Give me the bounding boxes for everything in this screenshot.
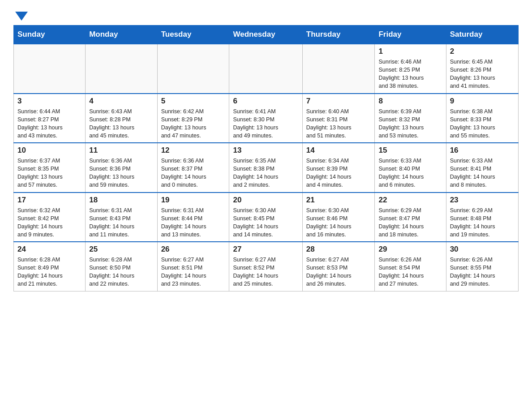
day-number: 16 xyxy=(450,146,515,155)
logo xyxy=(13,9,28,21)
day-info: Sunrise: 6:38 AM Sunset: 8:33 PM Dayligh… xyxy=(450,107,515,140)
day-number: 24 xyxy=(17,245,82,254)
calendar-cell: 15Sunrise: 6:33 AM Sunset: 8:40 PM Dayli… xyxy=(375,143,446,193)
calendar-cell: 3Sunrise: 6:44 AM Sunset: 8:27 PM Daylig… xyxy=(14,94,86,143)
day-info: Sunrise: 6:31 AM Sunset: 8:43 PM Dayligh… xyxy=(89,206,153,239)
day-info: Sunrise: 6:37 AM Sunset: 8:35 PM Dayligh… xyxy=(17,157,82,189)
day-number: 27 xyxy=(233,245,298,254)
calendar-cell: 28Sunrise: 6:27 AM Sunset: 8:53 PM Dayli… xyxy=(302,242,375,291)
day-number: 18 xyxy=(89,196,153,205)
logo-triangle-icon xyxy=(15,12,28,21)
calendar-cell: 21Sunrise: 6:30 AM Sunset: 8:46 PM Dayli… xyxy=(302,193,375,242)
day-info: Sunrise: 6:32 AM Sunset: 8:42 PM Dayligh… xyxy=(17,206,82,239)
calendar-cell: 4Sunrise: 6:43 AM Sunset: 8:28 PM Daylig… xyxy=(86,94,157,143)
calendar-cell: 5Sunrise: 6:42 AM Sunset: 8:29 PM Daylig… xyxy=(157,94,229,143)
day-number: 22 xyxy=(378,196,442,205)
day-number: 19 xyxy=(161,196,226,205)
calendar-cell: 19Sunrise: 6:31 AM Sunset: 8:44 PM Dayli… xyxy=(157,193,229,242)
day-number: 30 xyxy=(450,245,515,254)
day-info: Sunrise: 6:44 AM Sunset: 8:27 PM Dayligh… xyxy=(17,107,82,140)
calendar-cell xyxy=(157,44,229,94)
calendar-header-row: SundayMondayTuesdayWednesdayThursdayFrid… xyxy=(14,26,519,44)
day-info: Sunrise: 6:26 AM Sunset: 8:55 PM Dayligh… xyxy=(450,256,515,288)
week-row-4: 17Sunrise: 6:32 AM Sunset: 8:42 PM Dayli… xyxy=(14,193,519,242)
day-number: 28 xyxy=(306,245,371,254)
calendar-cell: 25Sunrise: 6:28 AM Sunset: 8:50 PM Dayli… xyxy=(86,242,157,291)
day-info: Sunrise: 6:28 AM Sunset: 8:50 PM Dayligh… xyxy=(89,256,153,288)
calendar-cell: 7Sunrise: 6:40 AM Sunset: 8:31 PM Daylig… xyxy=(302,94,375,143)
day-info: Sunrise: 6:45 AM Sunset: 8:26 PM Dayligh… xyxy=(450,58,515,90)
calendar-cell: 18Sunrise: 6:31 AM Sunset: 8:43 PM Dayli… xyxy=(86,193,157,242)
day-number: 20 xyxy=(233,196,298,205)
day-number: 23 xyxy=(450,196,515,205)
calendar-cell: 10Sunrise: 6:37 AM Sunset: 8:35 PM Dayli… xyxy=(14,143,86,193)
calendar-cell xyxy=(86,44,157,94)
day-info: Sunrise: 6:31 AM Sunset: 8:44 PM Dayligh… xyxy=(161,206,226,239)
day-info: Sunrise: 6:29 AM Sunset: 8:48 PM Dayligh… xyxy=(450,206,515,239)
day-info: Sunrise: 6:33 AM Sunset: 8:41 PM Dayligh… xyxy=(450,157,515,189)
calendar-cell: 11Sunrise: 6:36 AM Sunset: 8:36 PM Dayli… xyxy=(86,143,157,193)
day-number: 14 xyxy=(306,146,371,155)
day-number: 21 xyxy=(306,196,371,205)
calendar-cell: 26Sunrise: 6:27 AM Sunset: 8:51 PM Dayli… xyxy=(157,242,229,291)
day-info: Sunrise: 6:33 AM Sunset: 8:40 PM Dayligh… xyxy=(378,157,442,189)
calendar-cell: 27Sunrise: 6:27 AM Sunset: 8:52 PM Dayli… xyxy=(229,242,302,291)
page-header xyxy=(13,9,519,21)
day-number: 25 xyxy=(89,245,153,254)
day-info: Sunrise: 6:41 AM Sunset: 8:30 PM Dayligh… xyxy=(233,107,298,140)
day-number: 26 xyxy=(161,245,226,254)
calendar-cell xyxy=(14,44,86,94)
day-number: 7 xyxy=(306,97,371,106)
day-number: 3 xyxy=(17,97,82,106)
column-header-monday: Monday xyxy=(86,26,157,44)
column-header-friday: Friday xyxy=(375,26,446,44)
calendar-cell: 9Sunrise: 6:38 AM Sunset: 8:33 PM Daylig… xyxy=(446,94,518,143)
day-number: 15 xyxy=(378,146,442,155)
week-row-3: 10Sunrise: 6:37 AM Sunset: 8:35 PM Dayli… xyxy=(14,143,519,193)
calendar-cell: 30Sunrise: 6:26 AM Sunset: 8:55 PM Dayli… xyxy=(446,242,518,291)
day-info: Sunrise: 6:30 AM Sunset: 8:46 PM Dayligh… xyxy=(306,206,371,239)
week-row-1: 1Sunrise: 6:46 AM Sunset: 8:25 PM Daylig… xyxy=(14,44,519,94)
day-info: Sunrise: 6:36 AM Sunset: 8:36 PM Dayligh… xyxy=(89,157,153,189)
day-info: Sunrise: 6:27 AM Sunset: 8:53 PM Dayligh… xyxy=(306,256,371,288)
calendar-cell: 13Sunrise: 6:35 AM Sunset: 8:38 PM Dayli… xyxy=(229,143,302,193)
day-number: 4 xyxy=(89,97,153,106)
day-info: Sunrise: 6:30 AM Sunset: 8:45 PM Dayligh… xyxy=(233,206,298,239)
day-info: Sunrise: 6:35 AM Sunset: 8:38 PM Dayligh… xyxy=(233,157,298,189)
week-row-5: 24Sunrise: 6:28 AM Sunset: 8:49 PM Dayli… xyxy=(14,242,519,291)
day-number: 10 xyxy=(17,146,82,155)
column-header-saturday: Saturday xyxy=(446,26,518,44)
calendar-cell: 6Sunrise: 6:41 AM Sunset: 8:30 PM Daylig… xyxy=(229,94,302,143)
calendar-cell: 29Sunrise: 6:26 AM Sunset: 8:54 PM Dayli… xyxy=(375,242,446,291)
column-header-sunday: Sunday xyxy=(14,26,86,44)
calendar-cell xyxy=(229,44,302,94)
column-header-thursday: Thursday xyxy=(302,26,375,44)
day-info: Sunrise: 6:39 AM Sunset: 8:32 PM Dayligh… xyxy=(378,107,442,140)
column-header-wednesday: Wednesday xyxy=(229,26,302,44)
calendar-cell: 20Sunrise: 6:30 AM Sunset: 8:45 PM Dayli… xyxy=(229,193,302,242)
calendar-cell xyxy=(302,44,375,94)
calendar-cell: 23Sunrise: 6:29 AM Sunset: 8:48 PM Dayli… xyxy=(446,193,518,242)
day-info: Sunrise: 6:26 AM Sunset: 8:54 PM Dayligh… xyxy=(378,256,442,288)
day-info: Sunrise: 6:36 AM Sunset: 8:37 PM Dayligh… xyxy=(161,157,226,189)
calendar-cell: 14Sunrise: 6:34 AM Sunset: 8:39 PM Dayli… xyxy=(302,143,375,193)
day-info: Sunrise: 6:27 AM Sunset: 8:51 PM Dayligh… xyxy=(161,256,226,288)
column-header-tuesday: Tuesday xyxy=(157,26,229,44)
day-info: Sunrise: 6:43 AM Sunset: 8:28 PM Dayligh… xyxy=(89,107,153,140)
calendar-cell: 24Sunrise: 6:28 AM Sunset: 8:49 PM Dayli… xyxy=(14,242,86,291)
day-info: Sunrise: 6:42 AM Sunset: 8:29 PM Dayligh… xyxy=(161,107,226,140)
week-row-2: 3Sunrise: 6:44 AM Sunset: 8:27 PM Daylig… xyxy=(14,94,519,143)
calendar-cell: 17Sunrise: 6:32 AM Sunset: 8:42 PM Dayli… xyxy=(14,193,86,242)
calendar-cell: 22Sunrise: 6:29 AM Sunset: 8:47 PM Dayli… xyxy=(375,193,446,242)
day-number: 13 xyxy=(233,146,298,155)
day-info: Sunrise: 6:40 AM Sunset: 8:31 PM Dayligh… xyxy=(306,107,371,140)
day-info: Sunrise: 6:29 AM Sunset: 8:47 PM Dayligh… xyxy=(378,206,442,239)
calendar-cell: 8Sunrise: 6:39 AM Sunset: 8:32 PM Daylig… xyxy=(375,94,446,143)
calendar-cell: 12Sunrise: 6:36 AM Sunset: 8:37 PM Dayli… xyxy=(157,143,229,193)
day-info: Sunrise: 6:46 AM Sunset: 8:25 PM Dayligh… xyxy=(378,58,442,90)
day-number: 5 xyxy=(161,97,226,106)
day-number: 17 xyxy=(17,196,82,205)
day-number: 29 xyxy=(378,245,442,254)
day-number: 9 xyxy=(450,97,515,106)
calendar-cell: 2Sunrise: 6:45 AM Sunset: 8:26 PM Daylig… xyxy=(446,44,518,94)
